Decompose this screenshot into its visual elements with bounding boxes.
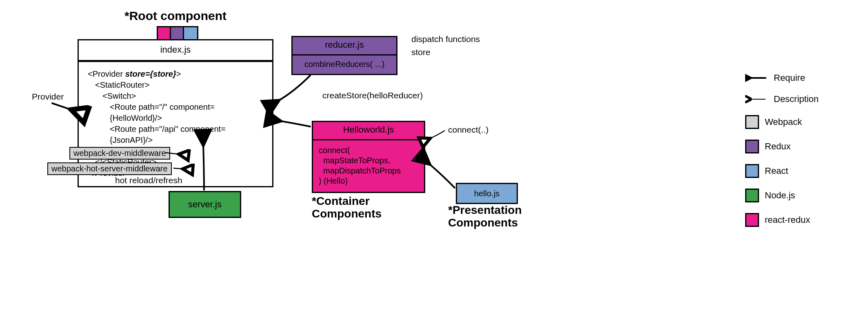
server-box-label: server.js [188,199,222,210]
helloworld-box-header: Helloworld.js [313,122,424,140]
legend-webpack-label: Webpack [765,117,802,127]
code-line-4: <Route path="/" component={HelloWorld}/> [88,102,263,124]
code-line-3: <Switch> [88,91,263,102]
legend-require: Require [745,73,859,83]
legend-require-label: Require [774,73,805,83]
store-label: store [411,47,431,57]
code-l1-post: > [176,69,181,78]
arrow-hello-to-hw [428,163,455,188]
create-store-label: createStore(helloReducer) [322,91,423,100]
helloworld-box: Helloworld.js connect( mapStateToProps, … [312,121,425,193]
webpack-hot-server-middleware-box: webpack-hot-server-middleware [47,162,172,175]
code-line-2: <StaticRouter> [88,80,263,91]
hello-box: hello.js [456,183,518,204]
legend-react-redux: react-redux [745,213,859,227]
presentation-components-label: *Presentation Components [448,204,522,229]
reducer-box-body: combineReducers( ...) [293,56,396,74]
legend-description: Description [745,94,859,104]
legend-webpack: Webpack [745,115,859,129]
reducer-box-header: reducer.js [293,37,396,56]
swatch-webpack-icon [745,115,759,129]
legend-node: Node.js [745,189,859,202]
index-box-header: index.js [79,40,272,62]
container-components-label: *Container Components [312,195,382,220]
webpack-dev-middleware-box: webpack-dev-middleware [69,147,170,160]
hot-reload-label: hot reload/refresh [115,175,182,185]
legend-description-label: Description [774,94,819,104]
swatch-redux-icon [745,140,759,153]
legend-redux: Redux [745,140,859,153]
legend: Require Description Webpack Redux React … [745,73,859,238]
code-line-5: <Route path="/api" component={JsonAPI}/> [88,124,263,146]
swatch-react-icon [745,164,759,178]
legend-react-redux-label: react-redux [765,215,810,225]
diagram-canvas: *Root component index.js <Provider store… [0,0,868,322]
root-component-title: *Root component [124,9,226,23]
code-l1-store: store={store} [125,69,176,78]
connect-label: connect(..) [448,125,488,135]
hello-box-label: hello.js [474,189,499,198]
provider-label: Provider [32,92,64,102]
code-l1-pre: <Provider [88,69,125,78]
legend-redux-label: Redux [765,141,791,152]
reducer-box: reducer.js combineReducers( ...) [291,36,397,75]
server-box: server.js [169,191,241,218]
dispatch-functions-label: dispatch functions [411,34,480,44]
legend-react-label: React [765,166,788,176]
arrow-reducer-to-index [277,76,310,101]
legend-node-label: Node.js [765,190,795,201]
swatch-node-icon [745,189,759,202]
helloworld-box-body: connect( mapStateToProps, mapDispatchToP… [313,140,424,192]
swatch-react-redux-icon [745,213,759,227]
arrow-hollow-icon [745,95,768,103]
arrow-hw-to-index [279,121,310,127]
arrow-solid-icon [745,74,768,82]
legend-react: React [745,164,859,178]
code-line-1: <Provider store={store}> [88,69,263,80]
arrow-provider-to-index [52,103,73,110]
arrow-connect-desc [429,131,445,139]
